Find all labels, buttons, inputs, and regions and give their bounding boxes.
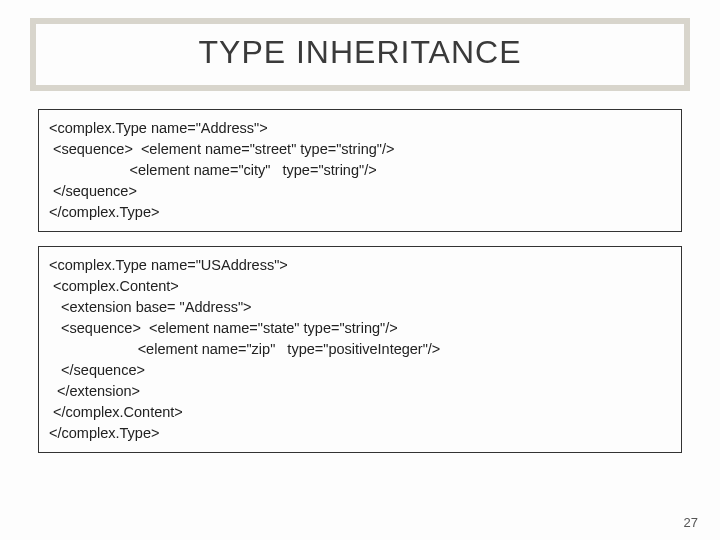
title-frame: TYPE INHERITANCE	[30, 18, 690, 91]
code-block-address: <complex.Type name="Address"> <sequence>…	[38, 109, 682, 232]
page-title: TYPE INHERITANCE	[36, 34, 684, 71]
code-block-usaddress: <complex.Type name="USAddress"> <complex…	[38, 246, 682, 453]
page-number: 27	[684, 515, 698, 530]
slide: TYPE INHERITANCE <complex.Type name="Add…	[0, 0, 720, 540]
